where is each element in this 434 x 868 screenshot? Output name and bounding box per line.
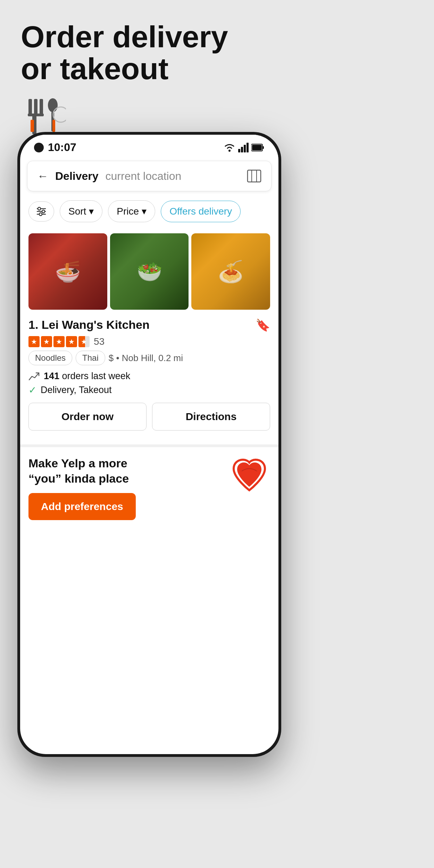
svg-point-22: [42, 210, 45, 213]
svg-rect-13: [244, 145, 246, 152]
status-left: 10:07: [34, 141, 76, 154]
svg-rect-17: [252, 145, 262, 150]
trending-icon: [28, 372, 40, 381]
sliders-icon: [36, 207, 47, 216]
svg-rect-1: [34, 99, 37, 115]
yelp-heart-icon: [228, 456, 270, 497]
camera-dot: [34, 143, 44, 152]
chevron-down-icon: ▾: [89, 206, 94, 217]
svg-point-24: [39, 213, 42, 216]
restaurant-card: 1. Lei Wang's Kitchen 🔖 ★ ★ ★ ★ ★ 53 Noo…: [20, 312, 278, 444]
phone-screen: 10:07: [20, 135, 278, 754]
delivery-label: Delivery: [55, 170, 99, 183]
svg-point-10: [228, 150, 231, 152]
filter-bar: Sort ▾ Price ▾ Offers delivery: [20, 195, 278, 228]
svg-point-9: [53, 107, 66, 122]
preferences-section: Make Yelp a more “you” kinda place Add p…: [20, 444, 278, 528]
back-arrow-icon[interactable]: ←: [37, 170, 48, 183]
bookmark-icon[interactable]: 🔖: [256, 318, 270, 332]
restaurant-name: 1. Lei Wang's Kitchen: [28, 318, 150, 332]
wifi-icon: [224, 143, 235, 152]
svg-rect-12: [241, 147, 243, 152]
svg-rect-11: [238, 149, 240, 152]
svg-rect-16: [262, 146, 264, 149]
stars: ★ ★ ★ ★ ★: [28, 336, 90, 347]
sort-button[interactable]: Sort ▾: [60, 200, 102, 222]
action-buttons: Order now Directions: [28, 403, 270, 431]
star-4: ★: [66, 336, 77, 347]
location-text: current location: [106, 170, 240, 183]
add-preferences-button[interactable]: Add preferences: [28, 493, 136, 520]
battery-icon: [251, 143, 265, 152]
check-icon: ✓: [28, 384, 36, 396]
star-1: ★: [28, 336, 40, 347]
svg-rect-14: [247, 143, 249, 152]
preferences-text-area: Make Yelp a more “you” kinda place Add p…: [28, 456, 228, 520]
tag-noodles: Noodles: [28, 351, 72, 365]
signal-icon: [238, 143, 249, 152]
search-bar[interactable]: ← Delivery current location: [27, 161, 272, 191]
svg-point-5: [48, 98, 58, 112]
food-image-2: [110, 233, 189, 310]
header-area: Order delivery or takeout: [0, 0, 434, 151]
food-image-3: [191, 233, 270, 310]
rating-row: ★ ★ ★ ★ ★ 53: [28, 336, 270, 347]
price-button[interactable]: Price ▾: [108, 200, 155, 222]
star-2: ★: [41, 336, 52, 347]
order-now-button[interactable]: Order now: [28, 403, 147, 431]
main-title: Order delivery or takeout: [21, 21, 413, 85]
directions-button[interactable]: Directions: [152, 403, 270, 431]
star-5: ★: [78, 336, 90, 347]
svg-rect-8: [52, 120, 55, 132]
restaurant-header: 1. Lei Wang's Kitchen 🔖: [28, 318, 270, 332]
phone-mockup: 10:07: [17, 132, 281, 757]
svg-rect-4: [28, 114, 44, 116]
star-3: ★: [53, 336, 65, 347]
orders-label: orders: [62, 371, 91, 381]
preferences-content: Make Yelp a more “you” kinda place Add p…: [28, 456, 270, 520]
svg-rect-2: [40, 99, 43, 115]
orders-period: last week: [91, 371, 131, 381]
preferences-title: Make Yelp a more “you” kinda place: [28, 456, 228, 486]
status-bar: 10:07: [20, 135, 278, 157]
review-count: 53: [94, 336, 105, 347]
svg-rect-0: [28, 99, 32, 115]
chevron-down-icon: ▾: [142, 206, 147, 217]
orders-count: 141: [44, 371, 59, 381]
status-time: 10:07: [48, 141, 76, 154]
filter-sliders-button[interactable]: [28, 201, 54, 222]
heart-logo: [228, 456, 270, 497]
service-types: Delivery, Takeout: [41, 385, 112, 395]
orders-row: 141 orders last week: [28, 371, 270, 382]
svg-rect-7: [31, 120, 34, 132]
status-icons: [224, 143, 265, 152]
restaurant-location: $ • Nob Hill, 0.2 mi: [109, 353, 183, 364]
delivery-row: ✓ Delivery, Takeout: [28, 384, 270, 396]
svg-point-20: [38, 207, 41, 210]
tag-thai: Thai: [76, 351, 105, 365]
offers-delivery-button[interactable]: Offers delivery: [161, 201, 241, 222]
orders-text: 141 orders last week: [44, 371, 130, 382]
svg-rect-18: [248, 170, 261, 182]
food-image-1: [28, 233, 107, 310]
restaurant-images: [20, 228, 278, 312]
map-icon[interactable]: [247, 169, 261, 183]
tags-row: Noodles Thai $ • Nob Hill, 0.2 mi: [28, 351, 270, 365]
